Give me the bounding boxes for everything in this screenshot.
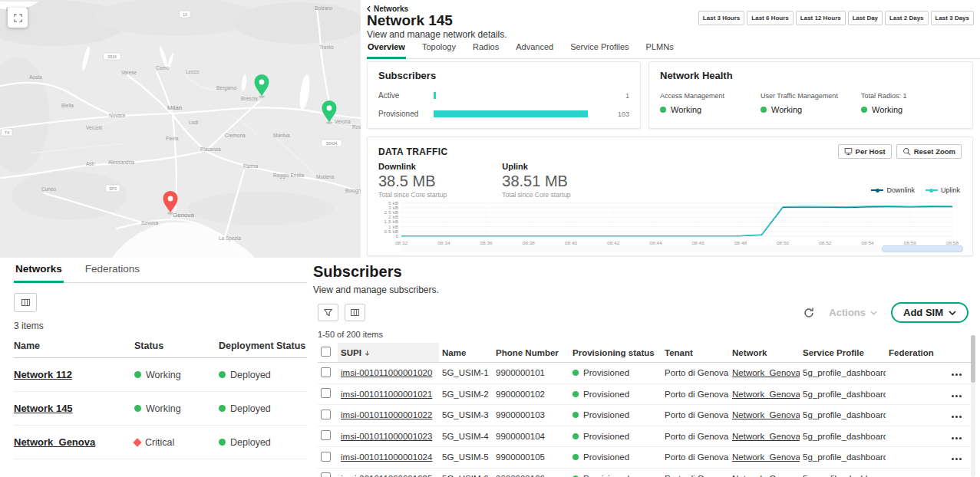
time-range-last-day[interactable]: Last Day <box>848 11 883 25</box>
column-header-tenant[interactable]: Tenant <box>662 343 729 363</box>
row-menu-button[interactable] <box>952 373 962 376</box>
map-city-label: Milan <box>167 104 182 111</box>
network-link[interactable]: Network_Genova <box>732 452 800 462</box>
health-label: Total Radios: 1 <box>861 92 942 100</box>
column-header-deployment-status[interactable]: Deployment Status <box>219 340 307 351</box>
tab-federations[interactable]: Federations <box>84 258 141 282</box>
per-host-button[interactable]: Per Host <box>838 144 892 159</box>
row-checkbox[interactable] <box>321 472 331 477</box>
subscriber-row[interactable]: imsi-001011000001025 5G_USIM-6 990000010… <box>318 468 972 477</box>
column-header-federation[interactable]: Federation <box>886 343 949 363</box>
health-status: Working <box>761 105 841 114</box>
column-header-name[interactable]: Name <box>14 340 134 351</box>
map-city-label: Varese <box>121 70 137 75</box>
tab-topology[interactable]: Topology <box>421 42 457 58</box>
time-range-last-2-days[interactable]: Last 2 Days <box>885 11 928 25</box>
network-link[interactable]: Network_Genova <box>732 368 800 377</box>
row-checkbox[interactable] <box>321 410 331 419</box>
supi-link[interactable]: imsi-001011000001024 <box>341 452 432 462</box>
tab-service-profiles[interactable]: Service Profiles <box>569 42 629 58</box>
time-range-last-6-hours[interactable]: Last 6 Hours <box>747 11 793 25</box>
network-link[interactable]: Network 145 <box>14 403 134 414</box>
network-link[interactable]: Network_Genova <box>14 436 134 448</box>
row-checkbox[interactable] <box>321 430 331 440</box>
network-row[interactable]: Network_GenovaCriticalDeployed <box>14 426 307 459</box>
network-row[interactable]: Network 145WorkingDeployed <box>14 392 307 426</box>
columns-button[interactable] <box>345 304 365 321</box>
items-range: 1-50 of 200 items <box>318 330 980 339</box>
supi-link[interactable]: imsi-001011000001020 <box>341 368 432 377</box>
column-header-status[interactable]: Status <box>134 340 219 351</box>
tab-networks[interactable]: Networks <box>14 258 64 283</box>
filter-button[interactable] <box>318 304 338 321</box>
networks-panel: NetworksFederations 3 items Name Status … <box>0 258 307 477</box>
filter-icon <box>323 308 333 317</box>
refresh-button[interactable] <box>803 307 815 319</box>
tab-plmns[interactable]: PLMNs <box>645 42 675 58</box>
networks-table-header: Name Status Deployment Status <box>14 331 307 358</box>
row-menu-button[interactable] <box>952 437 962 439</box>
row-checkbox[interactable] <box>321 367 331 377</box>
svg-text:T4: T4 <box>5 130 9 135</box>
subscriber-row[interactable]: imsi-001011000001023 5G_USIM-4 990000010… <box>318 426 972 447</box>
network-link[interactable]: Network_Genova <box>732 390 800 399</box>
supi-link[interactable]: imsi-001011000001022 <box>341 410 432 419</box>
status-critical: Critical <box>134 437 219 448</box>
health-label: Access Management <box>660 92 741 100</box>
scrollbar-thumb[interactable] <box>971 335 975 383</box>
column-header-network[interactable]: Network <box>729 343 800 363</box>
ok-icon <box>219 439 226 446</box>
traffic-chart[interactable]: 5 kB3 kB2.5 kB2 kB1.5 kB1 kB0.5 kB008:32… <box>378 200 962 251</box>
row-menu-button[interactable] <box>952 416 962 418</box>
map-city-label: Bologna <box>345 188 361 194</box>
network-link[interactable]: Network_Genova <box>732 474 800 477</box>
time-range-last-3-days[interactable]: Last 3 Days <box>931 11 974 25</box>
svg-text:13: 13 <box>183 12 187 17</box>
column-header-phone-number[interactable]: Phone Number <box>493 343 569 363</box>
columns-button[interactable] <box>14 293 37 312</box>
map-city-label: Trento <box>319 44 334 50</box>
supi-link[interactable]: imsi-001011000001025 <box>341 474 432 477</box>
row-menu-button[interactable] <box>952 395 962 397</box>
stat-label: Uplink <box>502 162 570 171</box>
row-checkbox[interactable] <box>321 388 331 398</box>
row-checkbox[interactable] <box>321 452 331 462</box>
network-detail-panel: Networks Network 145 View and manage net… <box>361 0 980 259</box>
row-menu-button[interactable] <box>952 458 962 460</box>
subscriber-row[interactable]: imsi-001011000001020 5G_USIM-1 990000010… <box>318 363 972 384</box>
provisioning-status: Provisioned <box>572 432 658 441</box>
network-row[interactable]: Network 112WorkingDeployed <box>14 358 307 392</box>
supi-link[interactable]: imsi-001011000001023 <box>341 432 432 441</box>
subscriber-row[interactable]: imsi-001011000001022 5G_USIM-3 990000010… <box>318 405 972 426</box>
tab-advanced[interactable]: Advanced <box>515 42 554 58</box>
column-header-supi[interactable]: SUPI <box>338 343 439 363</box>
detail-tabs: OverviewTopologyRadiosAdvancedService Pr… <box>367 42 980 59</box>
column-header-provisioning-status[interactable]: Provisioning status <box>569 343 662 363</box>
phone-number: 9900000103 <box>493 405 569 426</box>
column-header-name[interactable]: Name <box>439 343 493 363</box>
subscriber-row[interactable]: imsi-001011000001024 5G_USIM-5 990000010… <box>318 447 972 469</box>
map[interactable]: LausanneBolzanoTrentoVareseComoLeccoBerg… <box>0 0 361 258</box>
provisioning-status: Provisioned <box>572 368 658 377</box>
chart-zoom-thumb[interactable] <box>882 245 963 252</box>
stat-value: 38.51 MB <box>502 173 570 190</box>
phone-number: 9900000101 <box>493 363 569 384</box>
column-header-service-profile[interactable]: Service Profile <box>800 343 886 363</box>
tab-radios[interactable]: Radios <box>472 42 500 58</box>
time-range-last-12-hours[interactable]: Last 12 Hours <box>796 11 846 25</box>
time-range-last-3-hours[interactable]: Last 3 Hours <box>698 11 744 25</box>
add-sim-button[interactable]: Add SIM <box>891 302 968 323</box>
network-link[interactable]: Network_Genova <box>732 410 800 419</box>
network-link[interactable]: Network_Genova <box>732 432 800 441</box>
reset-zoom-button[interactable]: Reset Zoom <box>896 144 962 159</box>
subscriber-row[interactable]: imsi-001011000001021 5G_USIM-2 990000010… <box>318 383 972 405</box>
network-link[interactable]: Network 112 <box>14 369 134 380</box>
map-fullscreen-button[interactable] <box>8 8 28 28</box>
road-badge: S533 <box>104 53 121 60</box>
supi-link[interactable]: imsi-001011000001021 <box>341 390 432 399</box>
tab-overview[interactable]: Overview <box>367 42 406 59</box>
chart-legend: DownlinkUplink <box>871 186 960 194</box>
tenant: Porto di Genova <box>662 363 729 384</box>
actions-button[interactable]: Actions <box>829 307 877 318</box>
select-all-checkbox[interactable] <box>321 347 331 357</box>
